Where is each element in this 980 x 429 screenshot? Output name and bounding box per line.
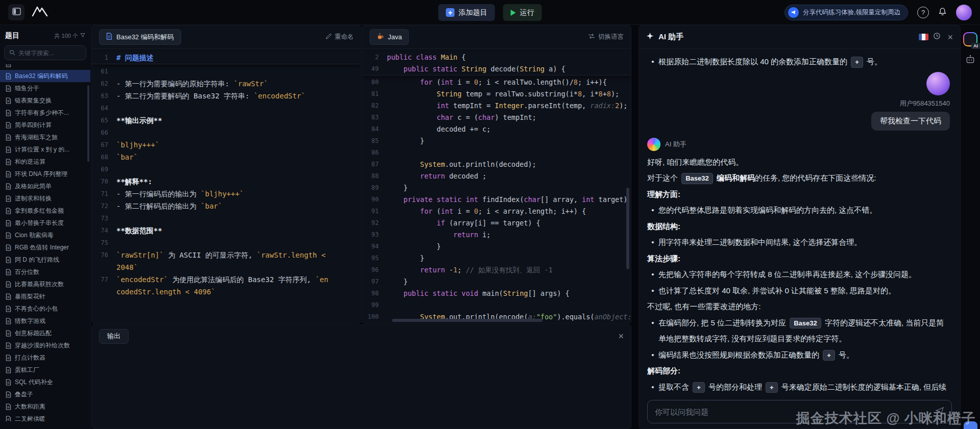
sidebar-item-label: 和的逆运算 — [15, 158, 45, 166]
sidebar-item[interactable]: 百分位数 — [0, 266, 90, 278]
rename-button[interactable]: 重命名 — [326, 33, 354, 41]
sidebar-item[interactable]: 阿 D 的飞行路线 — [0, 254, 90, 266]
help-icon[interactable]: ? — [917, 7, 929, 18]
editor-content[interactable]: 2public class Main {49 public static Str… — [362, 49, 631, 324]
sidebar-item-label: 链表聚集交换 — [15, 96, 52, 105]
sidebar-item[interactable]: 二叉树供暖 — [0, 413, 90, 421]
bell-icon[interactable] — [938, 7, 947, 18]
send-icon[interactable] — [935, 406, 944, 417]
line-text: decoded += c; — [387, 123, 631, 135]
sidebar-item[interactable] — [0, 64, 90, 70]
inline-code-badge: + — [823, 350, 835, 361]
line-number: 73 — [92, 212, 116, 224]
line-text — [116, 212, 361, 224]
editor-vertical-scrollbar[interactable] — [626, 188, 629, 269]
line-text: `bljhy+++` — [116, 139, 361, 151]
inline-code-badge: Base32 — [790, 318, 821, 329]
sidebar-item[interactable]: RGB 色值转 Integer — [0, 241, 90, 254]
ai-bullet-item: •您的代码整体思路是朝着实现编码和解码的方向去的, 这点不错。 — [647, 202, 951, 218]
ai-section-heading: 理解方面: — [647, 186, 951, 203]
line-text: } — [387, 182, 631, 194]
output-close-icon[interactable]: × — [618, 332, 624, 341]
editor-sticky-lines: 2public class Main {49 public static Str… — [362, 52, 631, 75]
line-text — [116, 127, 361, 139]
language-label: Java — [388, 33, 402, 41]
sidebar-item[interactable]: 简单四则计算 — [0, 119, 90, 131]
switch-language-label: 切换语言 — [598, 33, 624, 41]
document-icon — [6, 97, 11, 104]
promo-banner[interactable]: 分享代码练习体验,领限量定制周边 — [785, 5, 908, 20]
sidebar-item[interactable]: Base32 编码和解码 — [0, 70, 90, 82]
sidebar-item[interactable]: 猜数字游戏 — [0, 315, 90, 327]
line-number: 76 — [92, 249, 116, 273]
line-number: 77 — [92, 273, 116, 298]
robot-icon[interactable] — [965, 55, 975, 66]
sidebar-item[interactable]: Cion 勒索病毒 — [0, 229, 90, 241]
chat-fab-button[interactable] — [964, 421, 977, 429]
app-logo[interactable] — [32, 5, 48, 19]
document-icon — [6, 232, 11, 239]
search-input[interactable] — [18, 49, 81, 57]
user-avatar[interactable] — [956, 5, 972, 20]
code-line: 71- 第一行编码后的输出为 `bljhy+++` — [92, 188, 361, 200]
line-number: 93 — [362, 229, 387, 241]
output-title-chip[interactable]: 输出 — [99, 329, 129, 344]
sidebar-scrollbar[interactable] — [87, 85, 89, 162]
sidebar-item[interactable]: 蛋糕工厂 — [0, 364, 90, 376]
right-tool-strip: AI — [961, 25, 980, 429]
line-number: 61 — [92, 65, 116, 78]
document-icon — [6, 342, 11, 349]
line-text: `bar` — [116, 151, 361, 163]
sidebar-item[interactable]: 叠盘子 — [0, 388, 90, 400]
sidebar-item[interactable]: 打点计数器 — [0, 351, 90, 364]
language-flag-icon[interactable] — [919, 34, 928, 40]
ai-close-icon[interactable]: × — [947, 33, 953, 42]
document-icon — [6, 110, 11, 116]
sidebar-item[interactable]: 不再贪心的小包 — [0, 302, 90, 315]
sidebar-item[interactable]: 环状 DNA 序列整理 — [0, 168, 90, 180]
sidebar-item[interactable]: 大数和距离 — [0, 400, 90, 413]
document-icon — [6, 330, 11, 337]
sidebar-item[interactable]: 链表聚集交换 — [0, 94, 90, 107]
ai-question-input[interactable] — [655, 408, 930, 416]
sidebar-item[interactable]: 和的逆运算 — [0, 156, 90, 168]
line-number: 95 — [362, 253, 387, 264]
problem-title-chip[interactable]: Base32 编码和解码 — [99, 29, 181, 45]
document-icon — [6, 257, 11, 263]
sidebar-item-label: 穿越沙漠的补给次数 — [15, 341, 70, 350]
sidebar-toggle-button[interactable] — [8, 4, 24, 20]
sidebar-item[interactable]: 进制求和转换 — [0, 192, 90, 205]
switch-language-button[interactable]: 切换语言 — [588, 33, 624, 41]
ai-entry-icon[interactable]: AI — [963, 32, 977, 46]
sidebar-item-label: 百分位数 — [15, 268, 39, 276]
run-button[interactable]: 运行 — [503, 4, 542, 21]
user-message-group: 用户9584351540帮我检查一下代码 — [647, 72, 950, 131]
filter-icon[interactable] — [80, 33, 85, 39]
editor-horizontal-scrollbar[interactable] — [392, 319, 543, 322]
sidebar-item[interactable]: 猫鱼分干 — [0, 82, 90, 94]
history-icon[interactable] — [933, 32, 941, 42]
sidebar-item[interactable]: 最小替换子串长度 — [0, 217, 90, 229]
sidebar-item-label: Cion 勒索病毒 — [15, 231, 54, 240]
sidebar-item[interactable]: 及格如此简单 — [0, 180, 90, 192]
problem-lines: 61 62- 第一行为需要编码的原始字符串: `rawStr`63- 第二行为需… — [92, 65, 361, 298]
line-text: } — [387, 276, 631, 288]
sidebar-item[interactable]: 穿越沙漠的补给次数 — [0, 339, 90, 351]
sidebar-item[interactable]: SQL 代码补全 — [0, 376, 90, 388]
sidebar-item[interactable]: 计算位置 x 到 y 的... — [0, 143, 90, 156]
sidebar-item[interactable]: 暴雨梨花针 — [0, 290, 90, 302]
sidebar-item[interactable]: 字符串有多少种不... — [0, 107, 90, 119]
document-icon — [6, 391, 11, 398]
sidebar-item[interactable]: 青海湖租车之旅 — [0, 131, 90, 143]
problem-content[interactable]: 1# 问题描述 61 62- 第一行为需要编码的原始字符串: `rawStr`6… — [92, 49, 361, 298]
code-line: 86 — [362, 147, 631, 159]
ai-messages[interactable]: •根据原始二进制数据长度除以 40 的余数添加正确数量的 + 号。用户95843… — [639, 49, 960, 396]
document-icon — [6, 269, 11, 275]
document-icon — [6, 355, 11, 361]
sidebar-item[interactable]: 创意标题匹配 — [0, 327, 90, 339]
sidebar-item[interactable]: 拿到最多红包金额 — [0, 205, 90, 217]
add-question-button[interactable]: + 添加题目 — [438, 4, 495, 21]
line-text: # 问题描述 — [116, 52, 361, 64]
sidebar-item[interactable]: 比赛最高获胜次数 — [0, 278, 90, 290]
language-chip[interactable]: Java — [370, 29, 409, 45]
